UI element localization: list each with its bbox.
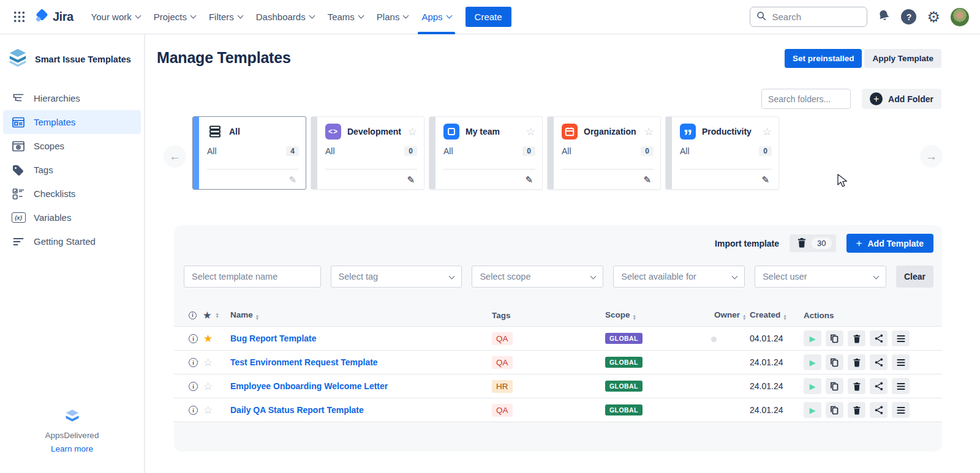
column-header-scope[interactable]: Scope (605, 310, 714, 320)
folder-card-development[interactable]: Development All 0 (311, 116, 424, 190)
sidebar-item-tags[interactable]: Tags (3, 158, 141, 182)
favorite-star-icon[interactable] (763, 127, 772, 137)
column-header-owner[interactable]: Owner (714, 310, 750, 320)
nav-item-teams[interactable]: Teams (321, 0, 370, 34)
folder-card-all[interactable]: All All 4 (192, 116, 306, 190)
nav-item-filters[interactable]: Filters (202, 0, 249, 34)
set-preinstalled-button[interactable]: Set preinstalled (785, 49, 862, 68)
star-column-icon[interactable] (203, 311, 211, 319)
share-template-button[interactable] (870, 330, 888, 346)
scope-filter-select[interactable]: Select scope (472, 266, 603, 288)
edit-pencil-icon[interactable] (407, 175, 415, 184)
sidebar-item-variables[interactable]: Variables (3, 206, 141, 229)
delete-template-button[interactable] (848, 402, 865, 418)
add-template-button[interactable]: Add Template (846, 234, 933, 253)
sidebar-item-checklists[interactable]: Checklists (3, 182, 141, 206)
copy-template-button[interactable] (826, 378, 843, 394)
search-folders-input[interactable] (761, 89, 851, 109)
sidebar-item-hierarchies[interactable]: Hierarchies (3, 86, 141, 110)
delete-template-button[interactable] (848, 354, 865, 370)
folder-card-productivity[interactable]: Productivity All 0 (665, 116, 779, 190)
global-search[interactable] (750, 7, 867, 27)
edit-pencil-icon[interactable] (761, 175, 769, 184)
import-template-link[interactable]: Import template (715, 239, 779, 248)
favorite-star-icon[interactable] (644, 127, 654, 137)
column-header-tags[interactable]: Tags (492, 311, 605, 320)
template-name-link[interactable]: Daily QA Status Report Template (230, 405, 364, 415)
info-icon[interactable] (189, 382, 198, 391)
tag-filter-select[interactable]: Select tag (331, 266, 462, 288)
plus-icon (870, 92, 883, 105)
jira-logo[interactable]: Jira (34, 8, 74, 26)
info-icon[interactable] (189, 358, 198, 367)
play-icon (810, 406, 816, 414)
available-for-filter-select[interactable]: Select available for (613, 266, 745, 288)
nav-item-apps[interactable]: Apps (415, 0, 458, 34)
copy-template-button[interactable] (826, 354, 843, 370)
template-name-link[interactable]: Bug Report Template (230, 333, 317, 343)
created-date: 24.01.24 (750, 381, 804, 391)
copy-template-button[interactable] (826, 330, 843, 346)
user-filter-select[interactable]: Select user (755, 266, 886, 288)
favorite-star-icon[interactable] (526, 127, 535, 137)
share-template-button[interactable] (870, 402, 888, 418)
favorite-star-icon[interactable] (203, 381, 213, 392)
favorite-star-icon[interactable] (203, 357, 213, 368)
info-icon[interactable] (189, 334, 198, 343)
sort-toggle[interactable] (216, 312, 219, 318)
nav-item-projects[interactable]: Projects (147, 0, 202, 34)
row-menu-button[interactable] (892, 402, 910, 418)
delete-template-button[interactable] (848, 330, 865, 346)
column-header-created[interactable]: Created (750, 310, 804, 320)
carousel-right-arrow[interactable] (920, 145, 943, 168)
owner-status-badge (710, 336, 717, 343)
edit-pencil-icon[interactable] (288, 175, 296, 184)
notifications-bell-icon[interactable] (876, 8, 892, 26)
template-name-filter-input[interactable] (184, 266, 321, 288)
info-icon[interactable] (189, 406, 198, 415)
edit-pencil-icon[interactable] (525, 175, 533, 184)
folder-card-organization[interactable]: Organization All 0 (547, 116, 661, 190)
row-menu-button[interactable] (892, 354, 910, 370)
calendar-icon (562, 124, 578, 140)
run-template-button[interactable] (804, 402, 821, 418)
delete-template-button[interactable] (848, 378, 865, 394)
nav-item-your-work[interactable]: Your work (85, 0, 147, 34)
favorite-star-icon[interactable] (203, 333, 213, 344)
clear-filters-button[interactable]: Clear (896, 266, 933, 288)
app-switcher-icon[interactable] (9, 7, 29, 28)
sidebar-item-scopes[interactable]: Scopes (3, 134, 141, 158)
sidebar-item-getting-started[interactable]: Getting Started (3, 229, 141, 253)
favorite-star-icon[interactable] (408, 127, 417, 137)
settings-gear-icon[interactable] (927, 10, 940, 24)
favorite-star-icon[interactable] (203, 405, 213, 415)
learn-more-link[interactable]: Learn more (51, 444, 93, 453)
row-menu-button[interactable] (892, 378, 910, 394)
nav-item-dashboards[interactable]: Dashboards (249, 0, 321, 34)
add-folder-button[interactable]: Add Folder (862, 89, 941, 109)
run-template-button[interactable] (804, 378, 821, 394)
share-template-button[interactable] (870, 354, 888, 370)
column-header-name[interactable]: Name (224, 310, 492, 320)
template-name-link[interactable]: Test Environment Request Template (230, 357, 378, 367)
folders-toolbar: Add Folder (761, 89, 941, 109)
search-input[interactable] (772, 12, 861, 22)
templates-panel: Import template 30 Add Template Select t… (174, 225, 942, 452)
sidebar-item-templates[interactable]: Templates (3, 110, 141, 134)
nav-right-controls (750, 7, 969, 27)
run-template-button[interactable] (804, 330, 821, 346)
help-icon[interactable] (901, 9, 916, 24)
run-template-button[interactable] (804, 354, 821, 370)
apply-template-button[interactable]: Apply Template (864, 49, 941, 68)
row-menu-button[interactable] (892, 330, 910, 346)
template-name-link[interactable]: Employee Onboarding Welcome Letter (230, 381, 388, 391)
share-template-button[interactable] (870, 378, 888, 394)
create-button[interactable]: Create (466, 7, 511, 27)
user-avatar[interactable] (951, 8, 969, 26)
trash-bin-button[interactable]: 30 (790, 234, 835, 252)
copy-template-button[interactable] (826, 402, 843, 418)
folder-card-my-team[interactable]: My team All 0 (429, 116, 543, 190)
edit-pencil-icon[interactable] (643, 175, 651, 184)
nav-item-plans[interactable]: Plans (370, 0, 415, 34)
carousel-left-arrow[interactable] (164, 145, 186, 168)
